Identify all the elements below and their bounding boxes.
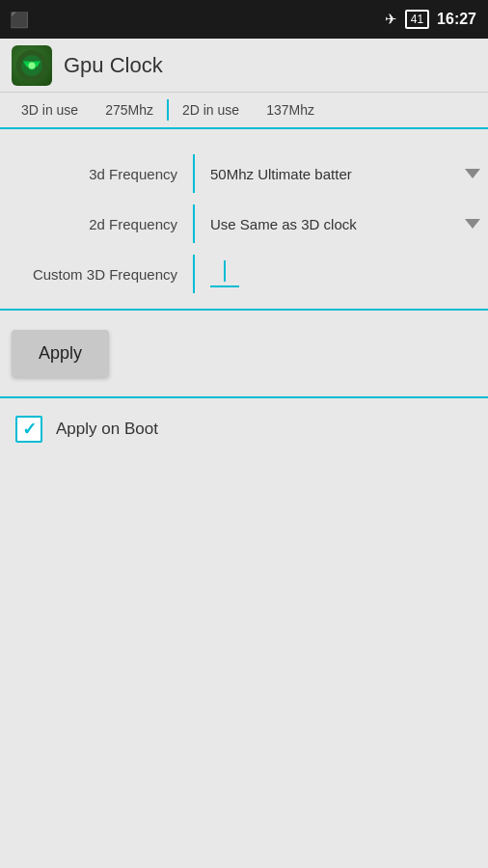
freq-3d-dropdown[interactable]: 50Mhz Ultimate batter <box>195 166 488 182</box>
freq-2d-selected: Use Same as 3D clock <box>210 216 357 232</box>
boot-section: ✓ Apply on Boot <box>0 398 488 460</box>
checkmark-icon: ✓ <box>22 419 37 440</box>
status-bar-right: ✈ 41 16:27 <box>385 10 476 29</box>
status-bar-left: ⬛ <box>10 0 29 39</box>
app-logo <box>12 45 52 86</box>
clock-display: 16:27 <box>437 11 476 28</box>
freq-3d-arrow-icon <box>465 169 480 178</box>
freq-3d-row: 3d Frequency 50Mhz Ultimate batter <box>0 149 488 199</box>
screenshot-icon: ⬛ <box>10 11 29 29</box>
input-underline <box>210 285 239 287</box>
svg-point-2 <box>28 62 35 68</box>
airplane-icon: ✈ <box>385 11 397 28</box>
custom-freq-label: Custom 3D Frequency <box>0 266 193 283</box>
app-title: Gpu Clock <box>64 53 163 78</box>
text-cursor-icon <box>224 260 226 282</box>
custom-freq-row: Custom 3D Frequency <box>0 249 488 299</box>
app-header: Gpu Clock <box>0 39 488 93</box>
app-logo-svg <box>14 48 49 83</box>
text-cursor-container <box>210 260 239 287</box>
freq-3d-value: 275Mhz <box>92 102 167 118</box>
info-bar: 3D in use 275Mhz 2D in use 137Mhz <box>0 93 488 129</box>
freq-2d-value: 137Mhz <box>253 102 328 118</box>
apply-section: Apply <box>0 311 488 396</box>
freq-3d-selected: 50Mhz Ultimate batter <box>210 166 352 182</box>
apply-on-boot-checkbox[interactable]: ✓ <box>15 416 42 443</box>
mode-2d-label: 2D in use <box>169 102 253 118</box>
freq-2d-dropdown[interactable]: Use Same as 3D clock <box>195 216 488 232</box>
settings-section: 3d Frequency 50Mhz Ultimate batter 2d Fr… <box>0 129 488 311</box>
freq-3d-label: 3d Frequency <box>0 166 193 182</box>
battery-indicator: 41 <box>405 10 429 29</box>
apply-button[interactable]: Apply <box>12 330 109 377</box>
status-bar: ⬛ ✈ 41 16:27 <box>0 0 488 39</box>
freq-2d-row: 2d Frequency Use Same as 3D clock <box>0 199 488 249</box>
freq-2d-arrow-icon <box>465 219 480 229</box>
apply-on-boot-label: Apply on Boot <box>56 420 158 439</box>
freq-2d-label: 2d Frequency <box>0 216 193 232</box>
mode-3d-label: 3D in use <box>8 102 92 118</box>
custom-freq-input-area[interactable] <box>195 260 488 287</box>
